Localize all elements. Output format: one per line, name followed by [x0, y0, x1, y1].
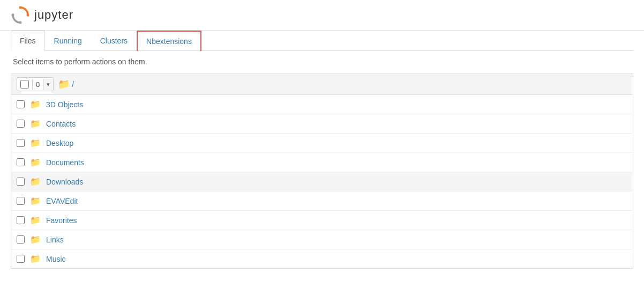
tab-files[interactable]: Files [11, 31, 45, 51]
main-content: Files Running Clusters Nbextensions Sele… [0, 31, 644, 269]
folder-icon-7: 📁 [30, 234, 41, 245]
folder-icon-4: 📁 [30, 176, 41, 187]
logo-text: jupyter [34, 8, 73, 22]
folder-icon-3: 📁 [30, 157, 41, 167]
file-name-8[interactable]: Music [46, 255, 66, 263]
file-checkbox-4[interactable] [17, 178, 25, 186]
list-item: 📁 Favorites [11, 211, 633, 230]
file-checkbox-1[interactable] [17, 120, 25, 128]
logo: jupyter [11, 5, 73, 25]
tab-bar: Files Running Clusters Nbextensions [11, 31, 633, 51]
header: jupyter [0, 0, 644, 31]
folder-icon-8: 📁 [30, 254, 41, 264]
breadcrumb: 📁 / [58, 78, 74, 90]
tab-running[interactable]: Running [45, 31, 91, 51]
file-name-3[interactable]: Documents [46, 158, 84, 167]
file-checkbox-8[interactable] [17, 255, 25, 263]
svg-point-0 [19, 6, 22, 9]
file-checkbox-7[interactable] [17, 235, 25, 244]
tab-clusters[interactable]: Clusters [91, 31, 137, 51]
list-item: 📁 Contacts [11, 114, 633, 134]
folder-icon-1: 📁 [30, 119, 41, 129]
list-item: 📁 Desktop [11, 134, 633, 153]
svg-point-3 [12, 14, 14, 17]
list-item: 📁 EVAVEdit [11, 191, 633, 211]
instruction-text: Select items to perform actions on them. [11, 57, 633, 66]
file-name-4[interactable]: Downloads [46, 178, 83, 186]
list-item: 📁 3D Objects [11, 95, 633, 114]
folder-icon-5: 📁 [30, 196, 41, 206]
jupyter-logo-icon [11, 5, 30, 25]
breadcrumb-root[interactable]: / [72, 80, 74, 88]
count-dropdown-button[interactable]: ▾ [43, 79, 53, 90]
file-checkbox-6[interactable] [17, 216, 25, 224]
folder-icon-6: 📁 [30, 215, 41, 225]
svg-point-1 [27, 14, 29, 17]
select-all-checkbox[interactable] [20, 80, 29, 88]
list-item: 📁 Links [11, 230, 633, 249]
svg-point-2 [19, 21, 22, 24]
folder-icon-dark: 📁 [58, 78, 70, 90]
file-name-6[interactable]: Favorites [46, 216, 77, 225]
file-checkbox-0[interactable] [17, 100, 25, 108]
file-checkbox-5[interactable] [17, 197, 25, 205]
file-list: 📁 3D Objects 📁 Contacts 📁 Desktop 📁 Docu… [11, 94, 633, 269]
file-browser-toolbar: 0 ▾ 📁 / [11, 73, 633, 94]
folder-icon-2: 📁 [30, 138, 41, 148]
file-name-7[interactable]: Links [46, 235, 64, 244]
select-all-group: 0 ▾ [17, 77, 54, 91]
file-name-5[interactable]: EVAVEdit [46, 197, 78, 205]
file-name-1[interactable]: Contacts [46, 120, 76, 128]
list-item: 📁 Music [11, 249, 633, 268]
file-name-2[interactable]: Desktop [46, 139, 73, 148]
tab-nbextensions[interactable]: Nbextensions [137, 31, 201, 51]
list-item: 📁 Downloads [11, 172, 633, 191]
selected-count: 0 [32, 79, 43, 90]
file-checkbox-2[interactable] [17, 139, 25, 147]
folder-icon-0: 📁 [30, 99, 41, 109]
file-checkbox-3[interactable] [17, 158, 25, 166]
file-name-0[interactable]: 3D Objects [46, 100, 83, 109]
list-item: 📁 Documents [11, 153, 633, 172]
